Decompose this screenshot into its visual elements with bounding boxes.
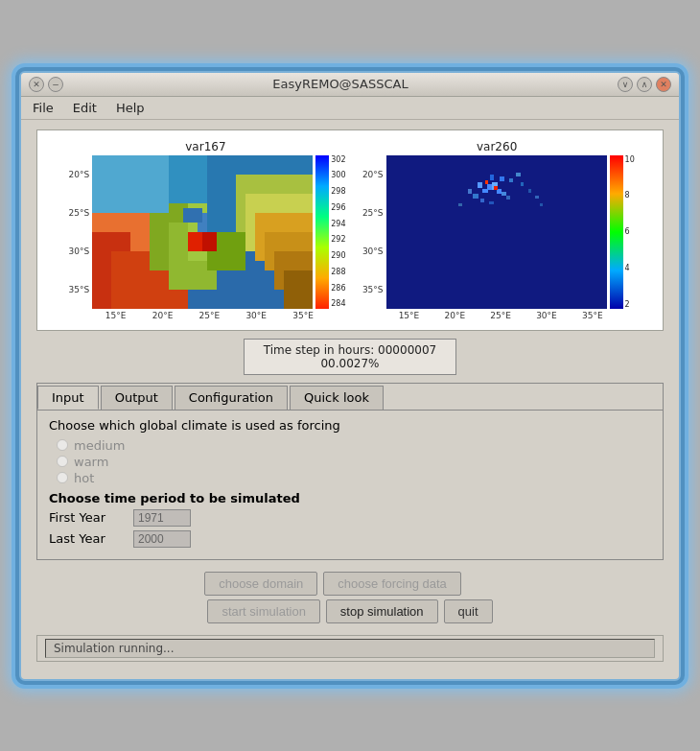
map-panel-right: var260 20°S 25°S 30°S 35°S xyxy=(360,140,635,320)
last-year-input[interactable] xyxy=(133,530,191,548)
window-icon-btn[interactable]: ✕ xyxy=(29,77,44,92)
start-simulation-button[interactable]: start simulation xyxy=(207,599,319,623)
svg-rect-30 xyxy=(490,175,494,180)
svg-rect-38 xyxy=(468,189,472,194)
svg-rect-45 xyxy=(535,196,539,199)
svg-rect-22 xyxy=(315,155,329,309)
radio-group-forcing: medium warm hot xyxy=(57,438,651,485)
x-label-right-1: 20°E xyxy=(444,311,465,320)
radio-hot-input[interactable] xyxy=(57,472,68,483)
map-svg-left xyxy=(92,155,313,309)
svg-rect-29 xyxy=(478,182,482,188)
cb-left-val-4: 294 xyxy=(331,220,345,228)
cb-left-val-3: 296 xyxy=(331,203,345,212)
stop-simulation-button[interactable]: stop simulation xyxy=(326,599,438,623)
progress-line2: 00.0027% xyxy=(264,357,436,370)
svg-rect-33 xyxy=(485,180,488,184)
svg-rect-28 xyxy=(482,189,488,193)
maximize-btn[interactable]: ∧ xyxy=(637,77,652,92)
maps-container: var167 20°S 25°S 30°S 35°S xyxy=(36,129,664,331)
window-title: EasyREMO@SASSCAL xyxy=(63,77,618,91)
svg-rect-35 xyxy=(502,192,506,196)
radio-hot[interactable]: hot xyxy=(57,471,651,485)
map-wrapper-left: 20°S 25°S 30°S 35°S xyxy=(65,155,345,320)
menu-edit[interactable]: Edit xyxy=(69,99,101,117)
map-title-left: var167 xyxy=(185,140,225,153)
tab-content-input: Choose which global climate is used as f… xyxy=(37,410,663,559)
first-year-row: First Year xyxy=(49,509,651,527)
radio-medium[interactable]: medium xyxy=(57,438,651,453)
radio-warm[interactable]: warm xyxy=(57,455,651,469)
cb-left-val-7: 288 xyxy=(331,268,345,276)
svg-rect-24 xyxy=(386,155,607,309)
menubar: File Edit Help xyxy=(21,97,679,120)
map-wrapper-right: 20°S 25°S 30°S 35°S xyxy=(360,155,635,320)
radio-warm-label: warm xyxy=(74,455,108,469)
cb-left-val-2: 298 xyxy=(331,187,345,196)
tab-quicklook[interactable]: Quick look xyxy=(290,386,384,410)
first-year-label: First Year xyxy=(49,510,126,525)
x-label-left-4: 35°E xyxy=(292,311,314,320)
x-label-right-2: 25°E xyxy=(490,311,511,320)
close-btn[interactable]: ✕ xyxy=(656,77,671,92)
x-label-left-3: 30°E xyxy=(245,311,267,320)
colorbar-left: 302 300 298 296 294 292 290 288 286 28 xyxy=(315,155,345,309)
menu-help[interactable]: Help xyxy=(112,99,149,117)
cb-left-val-9: 284 xyxy=(331,299,345,308)
menu-file[interactable]: File xyxy=(29,99,58,117)
tab-input[interactable]: Input xyxy=(37,386,99,410)
cb-right-val-2: 6 xyxy=(625,227,635,236)
svg-rect-47 xyxy=(610,155,623,309)
svg-rect-39 xyxy=(506,196,510,199)
titlebar-buttons: ✕ − xyxy=(29,77,63,92)
cb-right-val-3: 4 xyxy=(625,264,635,272)
radio-medium-input[interactable] xyxy=(57,439,68,451)
radio-hot-label: hot xyxy=(74,471,94,485)
last-year-row: Last Year xyxy=(49,530,651,548)
svg-rect-44 xyxy=(528,189,531,193)
main-content: var167 20°S 25°S 30°S 35°S xyxy=(21,120,679,679)
cb-right-val-4: 2 xyxy=(625,300,635,309)
y-label-left-0: 20°S xyxy=(65,170,89,179)
tab-configuration[interactable]: Configuration xyxy=(175,386,288,410)
cb-left-val-0: 302 xyxy=(331,155,345,164)
statusbar: Simulation running... xyxy=(36,635,664,662)
colorbar-svg-right xyxy=(610,155,623,309)
period-section: Choose time period to be simulated First… xyxy=(49,491,651,548)
x-label-left-1: 20°E xyxy=(152,311,174,320)
x-label-left-0: 15°E xyxy=(105,311,127,320)
first-year-input[interactable] xyxy=(133,509,191,527)
colorbar-svg-left xyxy=(315,155,329,309)
x-label-right-3: 30°E xyxy=(536,311,557,320)
svg-rect-43 xyxy=(458,203,462,206)
progress-area: Time step in hours: 00000007 00.0027% xyxy=(36,339,664,375)
cb-left-val-8: 286 xyxy=(331,284,345,293)
minimize-btn[interactable]: − xyxy=(48,77,63,92)
svg-rect-14 xyxy=(183,208,202,223)
y-label-left-2: 30°S xyxy=(65,246,89,256)
radio-medium-label: medium xyxy=(74,438,125,453)
cb-left-val-5: 292 xyxy=(331,235,345,244)
quit-button[interactable]: quit xyxy=(444,599,493,623)
svg-rect-32 xyxy=(494,186,498,190)
statusbar-text: Simulation running... xyxy=(45,639,655,658)
tab-output[interactable]: Output xyxy=(101,386,173,410)
sim-buttons-row: start simulation stop simulation quit xyxy=(36,599,664,623)
cb-right-val-0: 10 xyxy=(625,155,635,164)
main-window: ✕ − EasyREMO@SASSCAL ∨ ∧ ✕ File Edit Hel… xyxy=(19,71,681,681)
y-label-right-3: 35°S xyxy=(360,285,384,294)
collapse-btn[interactable]: ∨ xyxy=(618,77,633,92)
colorbar-right: 10 8 6 4 2 xyxy=(610,155,635,309)
y-label-right-0: 20°S xyxy=(360,170,384,179)
svg-rect-36 xyxy=(480,199,484,202)
y-label-right-2: 30°S xyxy=(360,246,384,256)
cb-right-val-1: 8 xyxy=(625,191,635,199)
tabs-panel: Input Output Configuration Quick look Ch… xyxy=(36,383,664,560)
choose-forcing-button[interactable]: choose forcing data xyxy=(323,572,460,596)
cb-left-val-6: 290 xyxy=(331,251,345,260)
radio-warm-input[interactable] xyxy=(57,456,68,467)
tabs-header: Input Output Configuration Quick look xyxy=(37,384,663,410)
forcing-label: Choose which global climate is used as f… xyxy=(49,418,651,433)
y-label-left-1: 25°S xyxy=(65,208,89,218)
choose-domain-button[interactable]: choose domain xyxy=(204,572,317,596)
